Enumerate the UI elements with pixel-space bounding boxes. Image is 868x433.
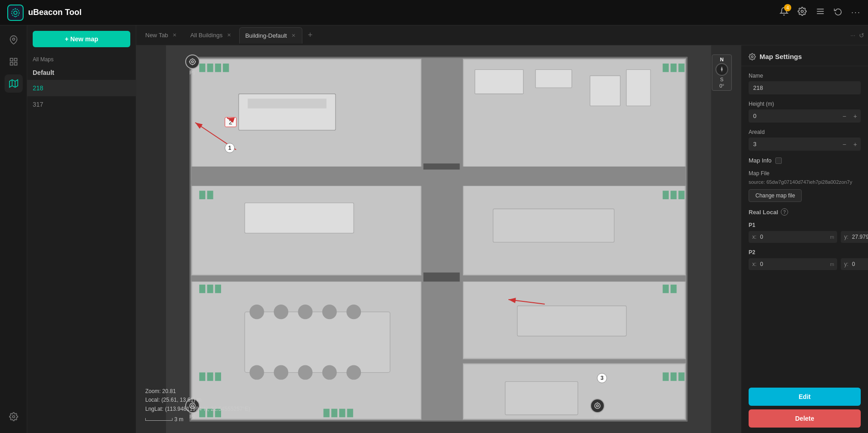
svg-point-0 [14, 11, 17, 14]
name-input[interactable] [749, 81, 861, 94]
maps-panel: + New map All Maps Default 218 317 [27, 25, 136, 433]
map-info-checkbox[interactable] [775, 157, 782, 164]
svg-rect-75 [199, 285, 205, 293]
compass-n-label: N [720, 57, 724, 62]
map-and-settings: N S 0° [136, 45, 868, 433]
svg-rect-84 [323, 409, 329, 418]
app-logo: uBeacon Tool [7, 5, 82, 21]
p2-xy-row: x: m y: m [749, 258, 861, 270]
p2-x-input[interactable] [758, 258, 830, 270]
new-map-button[interactable]: + New map [33, 31, 130, 47]
sidebar-btn-maps[interactable] [5, 74, 23, 93]
compass-degree-label: 0° [720, 83, 725, 89]
point-p3-icon [590, 399, 605, 413]
p2-y-input[interactable] [850, 258, 868, 270]
svg-rect-86 [339, 409, 345, 418]
name-field: Name [749, 73, 861, 94]
svg-point-57 [250, 365, 264, 380]
map-file-label: Map File [749, 170, 861, 177]
p1-y-label: y: [841, 231, 850, 243]
svg-rect-67 [678, 191, 684, 199]
p2-x-field: x: m [749, 258, 837, 270]
map-item-317[interactable]: 317 [27, 96, 136, 113]
settings-panel: Map Settings Name Height (m) − [741, 45, 868, 433]
svg-rect-88 [424, 163, 460, 169]
svg-point-59 [298, 365, 312, 380]
p1-section-label: P1 [749, 222, 861, 228]
real-local-help-icon[interactable]: ? [781, 208, 788, 216]
icon-sidebar [0, 25, 27, 433]
p1-y-field: y: m [841, 231, 868, 243]
tab-add-button[interactable]: + [304, 29, 316, 42]
annotation-3-number: 3 [597, 373, 607, 383]
p2-x-unit: m [830, 261, 837, 267]
svg-rect-38 [248, 98, 326, 108]
svg-marker-90 [721, 66, 723, 72]
settings-button[interactable] [798, 7, 807, 18]
change-map-button[interactable]: Change map file [749, 189, 802, 202]
tab-close-all-buildings[interactable]: ✕ [226, 31, 232, 39]
svg-rect-85 [331, 409, 337, 418]
areaid-minus-button[interactable]: − [839, 139, 850, 150]
svg-rect-12 [14, 63, 17, 65]
height-minus-button[interactable]: − [839, 111, 850, 122]
p1-x-input[interactable] [758, 231, 830, 243]
menu-button[interactable] [816, 7, 825, 18]
sidebar-btn-analytics[interactable] [5, 53, 23, 71]
p2-y-field: y: m [841, 258, 868, 270]
p1-y-input[interactable] [850, 231, 868, 243]
sidebar-btn-location[interactable] [5, 31, 23, 49]
svg-rect-63 [517, 306, 626, 336]
point-p1-marker: P1 [185, 54, 200, 75]
svg-point-61 [346, 365, 361, 380]
svg-rect-76 [207, 285, 213, 293]
height-plus-button[interactable]: + [850, 111, 861, 122]
sidebar-btn-settings[interactable] [5, 408, 23, 426]
map-canvas[interactable]: N S 0° [136, 45, 741, 433]
tab-close-new-tab[interactable]: ✕ [172, 31, 178, 39]
all-maps-label: All Maps [27, 51, 136, 65]
svg-point-1 [12, 9, 20, 16]
scale-bar: 3 m [145, 415, 250, 424]
svg-rect-36 [422, 59, 463, 419]
areaid-input[interactable] [749, 138, 839, 151]
point-p1-icon [185, 54, 200, 69]
edit-button[interactable]: Edit [749, 388, 861, 406]
areaid-plus-button[interactable]: + [850, 139, 861, 150]
svg-rect-87 [347, 409, 353, 418]
map-info-overlay: Zoom: 20.81 Local: (25.61, 13.61) m LngL… [145, 387, 250, 424]
delete-button[interactable]: Delete [749, 409, 861, 428]
name-label: Name [749, 73, 861, 79]
tab-refresh-icon[interactable]: ↺ [859, 32, 864, 39]
tab-new-tab[interactable]: New Tab ✕ [140, 27, 183, 44]
logo-icon [7, 5, 24, 21]
tab-more-icon[interactable]: ··· [850, 32, 855, 39]
height-input[interactable] [749, 109, 839, 123]
svg-rect-44 [536, 69, 572, 88]
tab-all-buildings[interactable]: All Buildings ✕ [185, 27, 237, 44]
svg-rect-64 [505, 382, 578, 415]
notifications-button[interactable]: 4 [779, 7, 789, 18]
settings-header: Map Settings [741, 45, 868, 66]
svg-rect-48 [671, 64, 676, 72]
floorplan-svg [136, 45, 741, 433]
svg-rect-49 [678, 64, 684, 72]
svg-rect-71 [671, 373, 676, 381]
svg-point-54 [298, 305, 312, 319]
refresh-button[interactable] [834, 7, 842, 18]
areaid-label: AreaId [749, 129, 861, 135]
more-options-button[interactable]: ··· [851, 8, 861, 17]
svg-point-97 [192, 61, 194, 63]
p2-section: P2 x: m y: m [749, 249, 861, 270]
scale-bar-line [145, 418, 173, 421]
svg-point-103 [597, 405, 599, 407]
svg-rect-9 [10, 59, 13, 61]
svg-point-56 [346, 305, 361, 319]
areaid-stepper: − + [749, 138, 861, 151]
tab-building-default[interactable]: Building-Default ✕ [239, 27, 302, 44]
svg-marker-13 [9, 80, 17, 88]
tab-close-building-default[interactable]: ✕ [291, 32, 296, 39]
main-layout: + New map All Maps Default 218 317 New T… [0, 25, 868, 433]
map-item-218[interactable]: 218 [27, 80, 136, 96]
compass: N S 0° [712, 54, 732, 91]
